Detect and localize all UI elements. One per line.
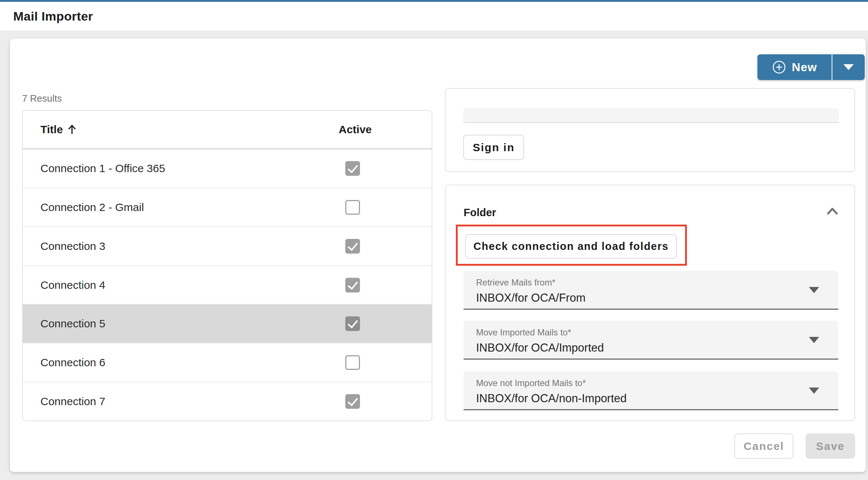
plus-circle-icon [772, 60, 786, 74]
table-row[interactable]: Connection 1 - Office 365 [23, 149, 432, 188]
table-rows: Connection 1 - Office 365 Connection 2 -… [23, 149, 432, 421]
new-split-button[interactable]: New [757, 54, 865, 80]
sign-in-button[interactable]: Sign in [463, 135, 524, 160]
retrieve-mails-from-select[interactable]: Retrieve Mails from* INBOX/for OCA/From [464, 271, 838, 310]
caret-down-icon [843, 64, 854, 70]
active-cell [339, 161, 432, 176]
table-row[interactable]: Connection 4 [23, 265, 432, 304]
results-count: 7 Results [22, 93, 62, 104]
connection-panel: Sign in [445, 88, 855, 172]
active-cell [339, 316, 432, 331]
table-row[interactable]: Connection 7 [23, 382, 432, 421]
table-row[interactable]: Connection 2 - Gmail [23, 188, 432, 226]
content-card: New 7 Results Title Active [10, 39, 866, 472]
table-row[interactable]: Connection 5 [23, 304, 432, 343]
column-title-label: Title [40, 123, 63, 136]
table-header-row: Title Active [23, 111, 432, 149]
active-checkbox[interactable] [345, 316, 360, 331]
connection-title: Connection 6 [23, 356, 339, 369]
move-imported-mails-select[interactable]: Move Imported Mails to* INBOX/for OCA/Im… [464, 321, 838, 360]
field-value: INBOX/for OCA/From [476, 291, 838, 305]
active-checkbox[interactable] [345, 394, 360, 409]
connection-title: Connection 1 - Office 365 [23, 162, 339, 175]
check-connection-button[interactable]: Check connection and load folders [465, 234, 677, 259]
credential-field-partial[interactable] [463, 108, 839, 123]
mail-importer-screen: Mail Importer New 7 Results Title [0, 0, 868, 480]
connection-title: Connection 3 [23, 240, 339, 252]
active-cell [339, 394, 432, 409]
active-cell [339, 278, 432, 292]
field-label: Move Imported Mails to* [476, 327, 838, 338]
field-value: INBOX/for OCA/non-Imported [476, 392, 838, 405]
field-label: Retrieve Mails from* [476, 277, 838, 288]
folder-panel: Folder Check connection and load folders… [445, 185, 855, 421]
dropdown-caret-icon [809, 337, 819, 343]
sort-arrow-up-icon [67, 124, 77, 135]
table-row[interactable]: Connection 6 [23, 343, 432, 382]
column-header-title[interactable]: Title [23, 123, 339, 136]
active-checkbox[interactable] [345, 239, 360, 254]
page-title: Mail Importer [13, 9, 93, 23]
new-dropdown-toggle[interactable] [832, 54, 865, 80]
collapse-section-button[interactable] [824, 202, 841, 220]
active-checkbox[interactable] [345, 278, 360, 292]
connection-title: Connection 7 [23, 395, 339, 408]
active-checkbox[interactable] [345, 355, 360, 370]
connection-title: Connection 4 [23, 279, 339, 291]
dropdown-caret-icon [809, 388, 819, 394]
connection-title: Connection 2 - Gmail [23, 201, 339, 214]
dropdown-caret-icon [809, 287, 819, 293]
active-cell [339, 355, 432, 370]
column-header-active: Active [339, 123, 432, 136]
folder-section-title: Folder [464, 207, 496, 219]
move-not-imported-mails-select[interactable]: Move not Imported Mails to* INBOX/for OC… [464, 371, 838, 410]
column-active-label: Active [339, 123, 372, 135]
active-checkbox[interactable] [345, 200, 360, 215]
cancel-button[interactable]: Cancel [734, 433, 793, 459]
new-button-label: New [792, 61, 817, 74]
active-cell [339, 200, 432, 215]
app-bar: Mail Importer [0, 2, 868, 31]
chevron-up-icon [826, 207, 838, 215]
active-checkbox[interactable] [345, 161, 360, 176]
connection-title: Connection 5 [23, 317, 339, 330]
field-value: INBOX/for OCA/Imported [476, 341, 838, 354]
new-button[interactable]: New [757, 54, 832, 80]
active-cell [339, 239, 432, 254]
field-label: Move not Imported Mails to* [476, 378, 838, 388]
table-row[interactable]: Connection 3 [23, 226, 432, 265]
connections-table: Title Active Connection 1 - Office 365 [22, 110, 432, 421]
save-button[interactable]: Save [806, 433, 855, 459]
